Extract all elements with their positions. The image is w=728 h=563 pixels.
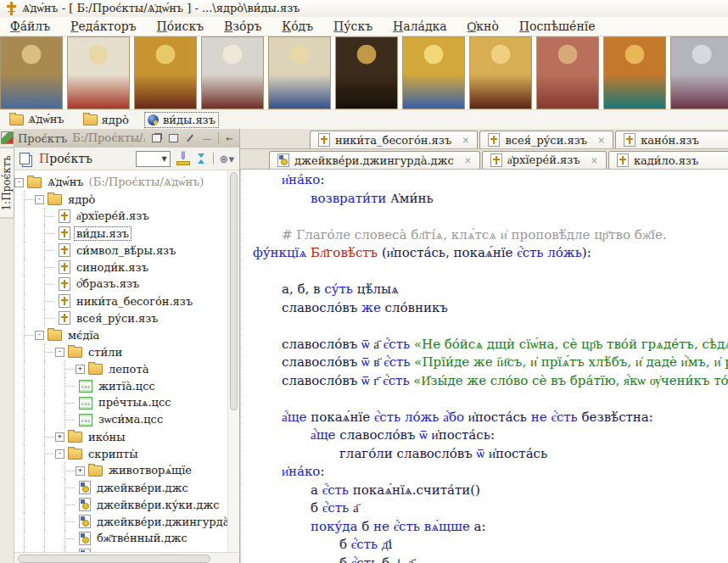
minimize-panel-button[interactable]: — bbox=[201, 133, 213, 143]
tab-close-icon[interactable]: × bbox=[462, 135, 469, 146]
tree-item-17[interactable]: -скрипты̀ bbox=[14, 445, 227, 462]
menu-item-8[interactable]: Ѻ҆кно̀ bbox=[468, 20, 499, 34]
tree-item-label: джейкве́ри.джс bbox=[95, 482, 190, 494]
tree-item-label: зѡси́ма.цсс bbox=[97, 413, 165, 426]
tree-item-3[interactable]: а҆рхїере́й.язъ bbox=[14, 208, 227, 225]
code-token: () bbox=[470, 482, 480, 498]
tree-expander[interactable]: + bbox=[76, 365, 85, 374]
tree-item-label: скрипты̀ bbox=[87, 448, 140, 460]
project-panel-icon[interactable] bbox=[1, 131, 14, 144]
folder-icon bbox=[48, 194, 62, 205]
tree-expander[interactable]: + bbox=[76, 466, 85, 476]
editor-tab-2-2[interactable]: а҆рхїере́й.язъ× bbox=[482, 151, 607, 169]
icon-holy-trinity[interactable] bbox=[0, 36, 63, 109]
tree-item-11[interactable]: -сти́ли bbox=[14, 343, 227, 360]
tree-expander[interactable]: - bbox=[35, 195, 44, 204]
editor-tab-1-1[interactable]: ники́та_бесого́н.язъ× bbox=[310, 131, 478, 148]
hide-panel-button[interactable]: ⇤ bbox=[224, 133, 236, 143]
code-line-5: фу́нкцїѧ Бл҃говѣ́стъ (и҆поста́сь, покаѧ́… bbox=[253, 244, 728, 263]
yaz-file-icon bbox=[59, 226, 70, 240]
tab-close-icon[interactable]: × bbox=[591, 155, 598, 166]
tree-expander[interactable]: - bbox=[55, 449, 64, 459]
tree-horizontal-scrollbar[interactable] bbox=[14, 552, 239, 563]
tab-close-icon[interactable]: × bbox=[464, 155, 472, 166]
tab-close-icon[interactable]: × bbox=[597, 135, 605, 146]
icon-christ-dark[interactable] bbox=[335, 36, 398, 109]
tree-item-15[interactable]: зѡси́ма.цсс bbox=[14, 411, 227, 428]
icon-christ-silver-riza[interactable] bbox=[670, 36, 728, 109]
gear-settings-button[interactable]: ⊛▾ bbox=[220, 153, 234, 165]
code-line-14: а҆́ще покаѧ́нїе є҆́сть ло́жь а҆́бо и҆пос… bbox=[253, 409, 728, 427]
pin-panel-button[interactable] bbox=[184, 133, 196, 143]
tree-item-18[interactable]: +животворѧ́щїе bbox=[14, 462, 227, 479]
menu-item-6[interactable]: Пу́скъ bbox=[333, 20, 372, 33]
menu-item-9[interactable]: Поспѣше́нїе bbox=[519, 20, 596, 33]
icon-christ-enthroned[interactable] bbox=[603, 36, 666, 109]
tree-item-7[interactable]: ѻ҆́бразъ.язъ bbox=[14, 276, 227, 293]
copy-icon[interactable] bbox=[20, 153, 30, 164]
side-tab-project[interactable]: 1:Проє́ктъ bbox=[0, 148, 14, 219]
editor-tab-1-3[interactable]: кано́н.язъ bbox=[615, 131, 728, 148]
yaz-file-icon bbox=[59, 311, 70, 325]
tree-item-21[interactable]: джейкве́ри.джингурда̀.джс bbox=[14, 513, 227, 530]
menu-item-3[interactable]: По́искъ bbox=[157, 20, 204, 33]
menu-item-4[interactable]: Взо́ръ bbox=[224, 20, 261, 33]
tree-item-19[interactable]: джейкве́ри.джс bbox=[14, 479, 227, 496]
icon-virgin-blue-robe[interactable] bbox=[268, 36, 331, 109]
code-line-2: возврати́ти А҆ми́нь bbox=[253, 190, 728, 209]
editor-tab-1-2[interactable]: всея́_ру́си.язъ× bbox=[479, 131, 613, 148]
tree-expander[interactable]: - bbox=[55, 348, 64, 357]
tree-guide bbox=[55, 530, 76, 547]
icon-pantocrator-book[interactable] bbox=[469, 36, 532, 109]
tree-item-16[interactable]: +ико́ны bbox=[14, 428, 227, 445]
tree-item-2[interactable]: -ядро̀ bbox=[14, 191, 227, 208]
menu-item-7[interactable]: Нала́дка bbox=[393, 20, 447, 33]
tree-item-12[interactable]: +лепота̀ bbox=[14, 360, 227, 377]
icon-hodegetria-white[interactable] bbox=[201, 36, 264, 109]
tree-expander[interactable]: + bbox=[55, 432, 64, 442]
float-panel-button[interactable] bbox=[150, 133, 162, 143]
menu-item-5[interactable]: Ко́дъ bbox=[282, 20, 313, 33]
filter-combobox[interactable]: ▼ bbox=[136, 151, 171, 167]
breadcrumb-item-1[interactable]: Ѧ҆дѡ́нъ bbox=[7, 112, 67, 127]
tree-item-9[interactable]: всея́_ру́си.язъ bbox=[14, 309, 227, 326]
locate-file-button[interactable]: ⇓ bbox=[176, 152, 190, 165]
icon-theotokos-blue-gold[interactable] bbox=[402, 36, 465, 109]
code-token: є҆́сть bbox=[322, 482, 353, 498]
menu-item-2[interactable]: Реда́кторъ bbox=[70, 20, 136, 33]
collapse-all-button[interactable] bbox=[196, 153, 207, 164]
js-file-icon bbox=[79, 481, 91, 494]
code-editor[interactable]: и҆на́ко:возврати́ти А҆ми́нь# Глаго́ле сл… bbox=[240, 170, 728, 563]
breadcrumb-item-2[interactable]: ядро̀ bbox=[81, 113, 132, 127]
code-token: ло́жь bbox=[405, 410, 443, 425]
tree-item-1[interactable]: -Ѧ҆дѡ́нъ(Б:/Проє́кты/Ѧ҆дѡ́нъ) bbox=[14, 174, 227, 191]
tree-item-10[interactable]: -мє́дїа bbox=[14, 326, 227, 343]
tree-expander[interactable]: - bbox=[14, 178, 24, 187]
code-token: : bbox=[320, 464, 324, 479]
code-token: славосло́въ bbox=[339, 427, 419, 443]
css-file-icon bbox=[79, 414, 92, 426]
menu-item-1[interactable]: Фа́йлъ bbox=[10, 20, 50, 33]
icon-pantocrator-gold[interactable] bbox=[134, 36, 197, 109]
tree-hscroll-thumb[interactable] bbox=[18, 555, 210, 563]
tree-item-5[interactable]: си́мвол_вѣ́ры.язъ bbox=[14, 242, 227, 259]
editor-tab-2-3[interactable]: кади́ло.язъ bbox=[608, 151, 728, 169]
tree-item-8[interactable]: ники́та_бесого́н.язъ bbox=[14, 293, 227, 309]
tree-item-14[interactable]: пре́чтыѧ.цсс bbox=[14, 394, 227, 411]
code-token: А҆ми́нь bbox=[390, 191, 434, 206]
tree-item-6[interactable]: синоди́к.язъ bbox=[14, 259, 227, 276]
tree-item-20[interactable]: джейкве́ри.ку́ки.джс bbox=[14, 496, 227, 513]
tree-item-4[interactable]: ви́ды.язъ bbox=[14, 225, 227, 242]
icon-mandylion[interactable] bbox=[67, 36, 130, 109]
tree-expander[interactable]: - bbox=[35, 331, 44, 340]
dock-panel-button[interactable] bbox=[167, 133, 179, 143]
tree-vscroll-thumb[interactable] bbox=[230, 172, 238, 410]
tree-vertical-scrollbar[interactable] bbox=[227, 170, 239, 552]
code-token: «И҆зы́де же сло́во сѐ въ бра́тїю, я҆́кѡ … bbox=[413, 373, 728, 388]
project-label-rest: роє́ктъ bbox=[49, 152, 92, 165]
icon-pochaev-rose[interactable] bbox=[536, 36, 599, 109]
editor-tab-2-1[interactable]: джейкве́ри.джингурда̀.джс× bbox=[269, 151, 480, 169]
tree-item-22[interactable]: бж҃тве́нный.джс bbox=[14, 530, 227, 547]
tree-item-13[interactable]: житїа̀.цсс bbox=[14, 377, 227, 394]
breadcrumb-item-3[interactable]: ви́ды.язъ bbox=[145, 113, 218, 127]
